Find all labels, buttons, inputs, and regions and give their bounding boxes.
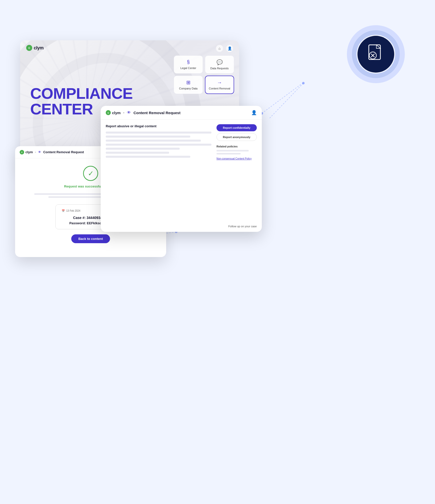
legal-center-icon: §	[187, 59, 190, 65]
success-date-text: 13 Feb 2024	[66, 209, 80, 212]
success-logo: c clym	[20, 150, 33, 154]
cr-text-placeholder-5	[106, 148, 180, 150]
report-anonymously-button[interactable]: Report anonymously	[216, 133, 257, 141]
cr-body: Report abusive or illegal content Report…	[101, 120, 262, 165]
cr-main-content: Report abusive or illegal content	[106, 124, 211, 161]
cr-policy-line-2	[216, 153, 241, 154]
profile-nav-button[interactable]: 👤	[226, 45, 233, 52]
company-data-icon: ⊞	[186, 79, 191, 85]
content-removal-icon: →	[217, 80, 222, 85]
clym-logo-icon: c	[26, 45, 32, 51]
cr-text-placeholder-6	[106, 152, 169, 154]
main-header: c clym	[26, 45, 44, 51]
cr-logo: c clym	[106, 110, 121, 115]
svg-line-1	[262, 84, 301, 113]
cr-policy-line-1	[216, 150, 249, 151]
cr-text-placeholder-1	[106, 132, 211, 134]
cr-sidebar: Report confidentially Report anonymously…	[216, 124, 257, 161]
success-logo-text: clym	[25, 150, 33, 154]
non-consensual-content-policy-link[interactable]: Non-consensual Content Policy	[216, 157, 252, 160]
menu-card-company-data[interactable]: ⊞ Company Data	[174, 76, 203, 94]
data-requests-icon: 💬	[216, 59, 223, 65]
svg-line-0	[269, 83, 303, 118]
floating-icon-circle	[347, 25, 405, 83]
main-nav-icons: ⌂ 👤	[216, 45, 233, 52]
logo-badge: c clym	[26, 45, 44, 51]
circle-content	[357, 36, 394, 73]
document-x-icon	[366, 43, 386, 66]
cr-eye-icon: 👁	[127, 110, 131, 115]
content-removal-request-screen: c clym 👁 Content Removal Request 👤 Repor…	[101, 106, 262, 232]
home-nav-button[interactable]: ⌂	[216, 45, 223, 52]
cr-text-placeholder-4	[106, 144, 211, 146]
content-removal-label: Content Removal	[209, 87, 230, 90]
menu-card-content-removal[interactable]: → Content Removal	[205, 76, 234, 94]
cr-subtitle: Report abusive or illegal content	[106, 124, 211, 128]
circle-ring-inner	[357, 36, 394, 73]
company-data-label: Company Data	[179, 87, 197, 90]
back-to-content-button[interactable]: Back to content	[71, 234, 110, 243]
cr-screen-title: Content Removal Request	[133, 111, 249, 115]
menu-cards-grid: § Legal Center 💬 Data Requests ⊞ Company…	[174, 55, 234, 94]
report-confidentially-button[interactable]: Report confidentially	[216, 124, 257, 131]
success-eye-icon: 👁	[38, 150, 41, 154]
legal-center-label: Legal Center	[180, 67, 196, 70]
data-requests-label: Data Requests	[210, 67, 229, 70]
cr-user-icon: 👤	[251, 110, 257, 115]
cr-related-policies-title: Related policies	[216, 145, 257, 148]
cr-text-placeholder-2	[106, 136, 190, 138]
success-logo-icon: c	[20, 150, 24, 154]
cr-header-dot	[123, 112, 124, 113]
success-header-dot	[35, 152, 36, 153]
calendar-icon: 📅	[62, 209, 65, 212]
cr-follow-up-link[interactable]: Follow up on your case	[228, 225, 257, 228]
cr-header: c clym 👁 Content Removal Request 👤	[101, 106, 262, 120]
cr-logo-text: clym	[112, 111, 121, 115]
success-message-before: Request was	[64, 184, 85, 188]
menu-card-legal[interactable]: § Legal Center	[174, 55, 203, 74]
cr-logo-icon: c	[106, 110, 111, 115]
clym-logo-text: clym	[34, 45, 44, 51]
menu-card-data-requests[interactable]: 💬 Data Requests	[205, 55, 234, 74]
cr-text-placeholder-3	[106, 140, 201, 142]
cr-text-placeholder-7	[106, 156, 190, 158]
success-check-circle: ✓	[83, 166, 98, 181]
checkmark-icon: ✓	[88, 169, 94, 178]
title-line1: COMPLIANCE	[30, 86, 133, 101]
svg-point-3	[302, 82, 305, 84]
